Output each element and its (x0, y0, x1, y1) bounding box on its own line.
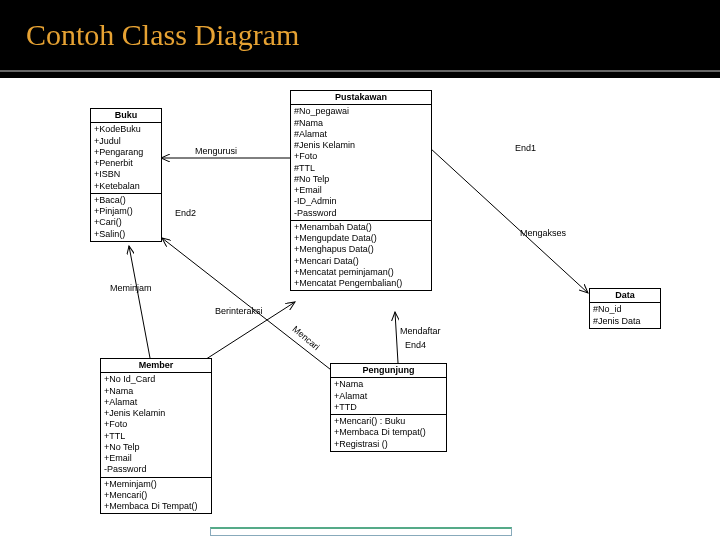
class-data: Data #No_id #Jenis Data (589, 288, 661, 329)
class-attrs: #No_id #Jenis Data (590, 303, 660, 328)
class-title: Pengunjung (331, 364, 446, 378)
class-ops: +Menambah Data() +Mengupdate Data() +Men… (291, 221, 431, 291)
op: +Mencari() (104, 490, 208, 501)
slide-header: Contoh Class Diagram (0, 0, 720, 78)
attr: +Email (294, 185, 428, 196)
op: +Meminjam() (104, 479, 208, 490)
attr: #Alamat (294, 129, 428, 140)
header-rule (0, 70, 720, 72)
op: +Baca() (94, 195, 158, 206)
attr: +Jenis Kelamin (104, 408, 208, 419)
attr: #No Telp (294, 174, 428, 185)
attr: +Penerbit (94, 158, 158, 169)
attr: +Nama (334, 379, 443, 390)
label-mendaftar: Mendaftar (400, 326, 441, 336)
attr: +Email (104, 453, 208, 464)
attr: +ISBN (94, 169, 158, 180)
label-end1: End1 (515, 143, 536, 153)
attr: #No_id (593, 304, 657, 315)
svg-line-5 (395, 312, 398, 363)
class-buku: Buku +KodeBuku +Judul +Pengarang +Penerb… (90, 108, 162, 242)
class-attrs: #No_pegawai #Nama #Alamat #Jenis Kelamin… (291, 105, 431, 221)
op: +Mencari Data() (294, 256, 428, 267)
label-mengurusi: Mengurusi (195, 146, 237, 156)
op: +Mencari() : Buku (334, 416, 443, 427)
op: +Registrasi () (334, 439, 443, 450)
class-title: Buku (91, 109, 161, 123)
op: +Membaca Di Tempat() (104, 501, 208, 512)
attr: #Jenis Data (593, 316, 657, 327)
op: +Mencatat Pengembalian() (294, 278, 428, 289)
op: +Cari() (94, 217, 158, 228)
label-berinteraksi: Berinteraksi (215, 306, 263, 316)
class-ops: +Baca() +Pinjam() +Cari() +Salin() (91, 194, 161, 241)
attr: -Password (104, 464, 208, 475)
class-title: Member (101, 359, 211, 373)
class-attrs: +Nama +Alamat +TTD (331, 378, 446, 415)
attr: -ID_Admin (294, 196, 428, 207)
attr: +Alamat (104, 397, 208, 408)
op: +Menghapus Data() (294, 244, 428, 255)
class-attrs: +No Id_Card +Nama +Alamat +Jenis Kelamin… (101, 373, 211, 477)
op: +Menambah Data() (294, 222, 428, 233)
attr: +Ketebalan (94, 181, 158, 192)
class-ops: +Mencari() : Buku +Membaca Di tempat() +… (331, 415, 446, 451)
footer-decoration (210, 527, 512, 536)
label-end4: End4 (405, 340, 426, 350)
label-mencari: Mencari (291, 324, 322, 352)
label-meminjam: Meminjam (110, 283, 152, 293)
diagram-canvas: Buku +KodeBuku +Judul +Pengarang +Penerb… (0, 78, 720, 540)
label-mengakses: Mengakses (520, 228, 566, 238)
attr: #Nama (294, 118, 428, 129)
attr: +Alamat (334, 391, 443, 402)
page-title: Contoh Class Diagram (0, 0, 720, 52)
attr: +Foto (104, 419, 208, 430)
op: +Mengupdate Data() (294, 233, 428, 244)
op: +Pinjam() (94, 206, 158, 217)
class-title: Pustakawan (291, 91, 431, 105)
class-pengunjung: Pengunjung +Nama +Alamat +TTD +Mencari()… (330, 363, 447, 452)
class-pustakawan: Pustakawan #No_pegawai #Nama #Alamat #Je… (290, 90, 432, 291)
attr: #Jenis Kelamin (294, 140, 428, 151)
attr: +No Id_Card (104, 374, 208, 385)
attr: +No Telp (104, 442, 208, 453)
svg-line-2 (129, 246, 150, 358)
attr: +TTL (104, 431, 208, 442)
op: +Membaca Di tempat() (334, 427, 443, 438)
attr: #TTL (294, 163, 428, 174)
attr: +Foto (294, 151, 428, 162)
attr: +Judul (94, 136, 158, 147)
op: +Salin() (94, 229, 158, 240)
class-attrs: +KodeBuku +Judul +Pengarang +Penerbit +I… (91, 123, 161, 194)
attr: +Pengarang (94, 147, 158, 158)
attr: +TTD (334, 402, 443, 413)
attr: #No_pegawai (294, 106, 428, 117)
class-ops: +Meminjam() +Mencari() +Membaca Di Tempa… (101, 478, 211, 514)
class-member: Member +No Id_Card +Nama +Alamat +Jenis … (100, 358, 212, 514)
op: +Mencatat peminjaman() (294, 267, 428, 278)
label-end2: End2 (175, 208, 196, 218)
attr: -Password (294, 208, 428, 219)
class-title: Data (590, 289, 660, 303)
attr: +KodeBuku (94, 124, 158, 135)
svg-line-1 (430, 148, 588, 293)
attr: +Nama (104, 386, 208, 397)
